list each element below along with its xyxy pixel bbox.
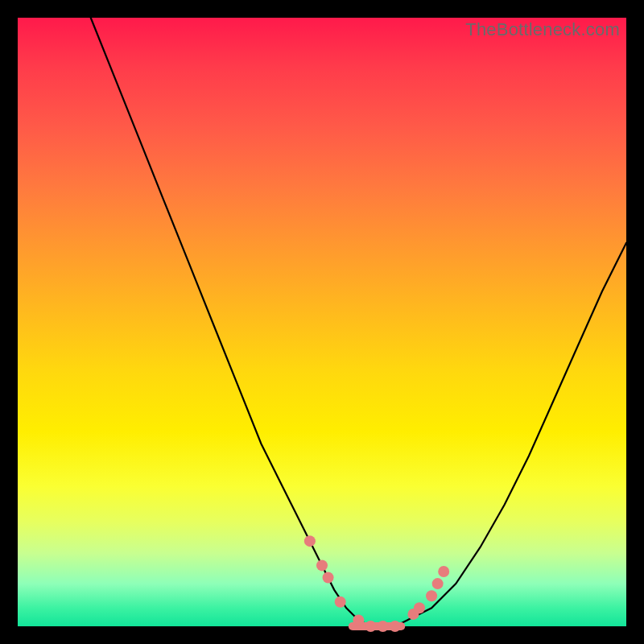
marker-point xyxy=(426,590,437,601)
chart-frame: TheBottleneck.com xyxy=(0,0,644,644)
marker-point xyxy=(414,602,425,613)
marker-point xyxy=(432,578,444,589)
marker-point xyxy=(378,621,389,632)
marker-point xyxy=(316,559,328,571)
marker-group xyxy=(304,535,449,632)
marker-point xyxy=(335,597,346,608)
plot-area: TheBottleneck.com xyxy=(18,18,626,626)
marker-point xyxy=(438,566,449,577)
marker-point xyxy=(365,621,376,632)
marker-point xyxy=(353,614,364,625)
marker-point xyxy=(304,535,316,547)
marker-point xyxy=(323,572,334,584)
bottleneck-curve xyxy=(91,18,626,626)
curve-svg xyxy=(18,18,626,626)
marker-point xyxy=(390,621,401,632)
